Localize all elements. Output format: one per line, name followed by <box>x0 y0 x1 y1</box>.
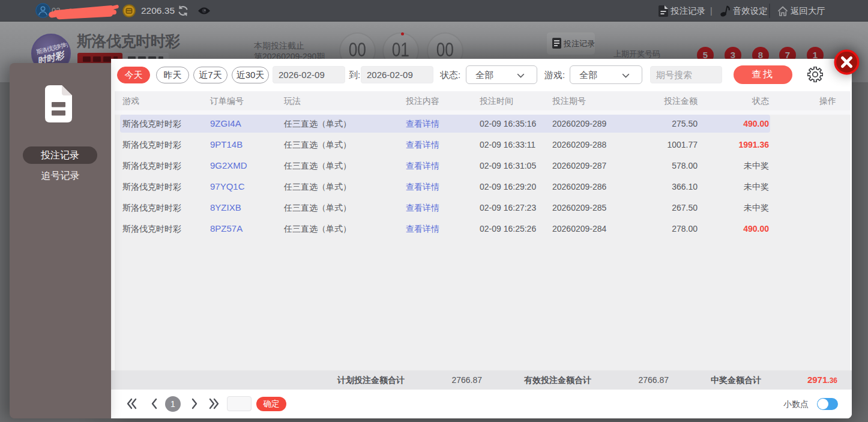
cell-amount: 366.10 <box>672 178 698 196</box>
search-button[interactable]: 查找 <box>734 65 792 84</box>
menu-sound-settings[interactable]: 音效设定 <box>720 5 768 17</box>
cell-status: 1991.36 <box>738 136 769 154</box>
order-link[interactable]: 8YZIXB <box>210 199 241 217</box>
game-select-value: 全部 <box>579 70 597 80</box>
cell-time: 02-09 16:29:20 <box>480 178 536 196</box>
order-link[interactable]: 9G2XMD <box>210 157 247 175</box>
prev-page-button[interactable] <box>148 398 161 410</box>
order-link[interactable]: 97YQ1C <box>210 178 245 196</box>
bet-records-dialog: 今天 昨天 近7天 近30天 到: 状态: 全部 游戏: 全部 查找 <box>111 59 852 418</box>
order-link[interactable]: 8PZ57A <box>210 220 243 238</box>
summary-valid-value: 2766.87 <box>638 370 669 390</box>
sidebar-item-bet-records[interactable]: 投注记录 <box>23 146 97 164</box>
cell-game: 斯洛伐克时时彩 <box>122 178 181 196</box>
view-details-link[interactable]: 查看详情 <box>406 178 439 196</box>
header-game: 游戏 <box>122 91 139 110</box>
sidebar-item-chase-records[interactable]: 追号记录 <box>10 167 111 184</box>
cell-play: 任三直选（单式） <box>284 115 351 133</box>
summary-valid-label: 有效投注金额合计 <box>524 370 591 390</box>
game-select[interactable]: 全部 <box>570 65 642 84</box>
cell-play: 任三直选（单式） <box>284 157 351 175</box>
menu-bet-records[interactable]: 投注记录 <box>659 5 705 17</box>
filter-bar: 今天 昨天 近7天 近30天 到: 状态: 全部 游戏: 全部 查找 <box>111 59 852 91</box>
view-details-link[interactable]: 查看详情 <box>406 199 439 217</box>
table-row[interactable]: 斯洛伐克时时彩 8YZIXB 任三直选（单式） 查看详情 02-09 16:27… <box>115 199 851 217</box>
redacted-username-scribble <box>50 4 120 20</box>
order-link[interactable]: 9PT14B <box>210 136 243 154</box>
filter-last7days[interactable]: 近7天 <box>193 67 228 83</box>
filter-yesterday[interactable]: 昨天 <box>156 67 189 83</box>
cell-play: 任三直选（单式） <box>284 199 351 217</box>
eye-icon[interactable] <box>197 6 211 16</box>
first-page-button[interactable] <box>125 398 138 410</box>
header-issue: 投注期号 <box>552 91 586 110</box>
date-from-input[interactable] <box>273 66 345 83</box>
view-details-link[interactable]: 查看详情 <box>406 220 439 238</box>
cell-issue: 20260209-285 <box>552 199 606 217</box>
menu-label: 投注记录 <box>671 5 705 17</box>
filter-last30days[interactable]: 近30天 <box>232 67 269 83</box>
chevron-down-icon <box>517 73 525 78</box>
menu-label: 返回大厅 <box>791 5 825 17</box>
cell-game: 斯洛伐克时时彩 <box>122 199 181 217</box>
menu-return-lobby[interactable]: 返回大厅 <box>777 5 825 17</box>
cell-play: 任三直选（单式） <box>284 178 351 196</box>
table-row[interactable]: 斯洛伐克时时彩 9G2XMD 任三直选（单式） 查看详情 02-09 16:31… <box>115 157 851 175</box>
separator <box>769 4 770 18</box>
records-table: 游戏 订单编号 玩法 投注内容 投注时间 投注期号 投注金额 状态 操作 斯洛伐… <box>115 91 851 370</box>
issue-search-input[interactable] <box>650 66 722 83</box>
page-number-input[interactable] <box>227 396 252 411</box>
table-row[interactable]: 斯洛伐克时时彩 97YQ1C 任三直选（单式） 查看详情 02-09 16:29… <box>115 178 851 196</box>
table-row[interactable]: 斯洛伐克时时彩 9PT14B 任三直选（单式） 查看详情 02-09 16:33… <box>115 136 851 154</box>
refresh-icon[interactable] <box>177 5 189 17</box>
view-details-link[interactable]: 查看详情 <box>406 157 439 175</box>
home-icon <box>777 6 788 16</box>
cell-amount: 267.50 <box>672 199 698 217</box>
cell-play: 任三直选（单式） <box>284 136 351 154</box>
records-icon <box>45 85 72 125</box>
summary-plan-label: 计划投注金额合计 <box>337 370 405 390</box>
cell-status: 490.00 <box>743 115 769 133</box>
separator: | <box>710 6 713 16</box>
summary-win-value: 2971.36 <box>807 370 837 390</box>
header-play: 玩法 <box>284 91 301 110</box>
next-page-button[interactable] <box>188 398 201 410</box>
header-status: 状态 <box>752 91 769 110</box>
avatar[interactable] <box>35 3 50 18</box>
view-details-link[interactable]: 查看详情 <box>406 136 439 154</box>
cell-status: 未中奖 <box>744 157 769 175</box>
header-amount: 投注金额 <box>664 91 698 110</box>
last-page-button[interactable] <box>207 398 220 410</box>
cell-game: 斯洛伐克时时彩 <box>122 115 181 133</box>
cell-game: 斯洛伐克时时彩 <box>122 136 181 154</box>
status-select[interactable]: 全部 <box>466 65 537 84</box>
cell-time: 02-09 16:31:05 <box>480 157 536 175</box>
cell-time: 02-09 16:25:26 <box>480 220 536 238</box>
date-to-input[interactable] <box>361 66 433 83</box>
table-row[interactable]: 斯洛伐克时时彩 9ZGI4A 任三直选（单式） 查看详情 02-09 16:35… <box>115 115 851 133</box>
cell-amount: 578.00 <box>672 157 698 175</box>
menu-label: 音效设定 <box>733 5 768 17</box>
balance: 2206.35 <box>141 0 175 22</box>
cell-issue: 20260209-289 <box>552 115 606 133</box>
confirm-page-button[interactable]: 确定 <box>256 397 286 411</box>
order-link[interactable]: 9ZGI4A <box>210 115 241 133</box>
gear-icon[interactable] <box>807 67 823 82</box>
game-title: 斯洛伐克时时彩 <box>77 31 180 51</box>
decimal-toggle[interactable] <box>817 398 838 410</box>
status-select-value: 全部 <box>475 70 493 80</box>
current-page[interactable]: 1 <box>165 396 181 412</box>
table-row[interactable]: 斯洛伐克时时彩 8PZ57A 任三直选（单式） 查看详情 02-09 16:25… <box>115 220 851 238</box>
cell-issue: 20260209-286 <box>552 178 606 196</box>
decimal-toggle-label: 小数点 <box>783 390 809 418</box>
pagination-bar: 1 确定 小数点 <box>111 390 852 418</box>
bet-records-button[interactable]: 投注记录 <box>547 32 595 55</box>
chevron-down-icon <box>622 73 630 78</box>
header-order: 订单编号 <box>210 91 244 110</box>
summary-plan-value: 2766.87 <box>451 370 482 390</box>
document-icon <box>659 5 668 17</box>
view-details-link[interactable]: 查看详情 <box>406 115 439 133</box>
cell-time: 02-09 16:35:16 <box>480 115 536 133</box>
close-button[interactable] <box>834 49 860 75</box>
filter-today[interactable]: 今天 <box>117 67 150 83</box>
